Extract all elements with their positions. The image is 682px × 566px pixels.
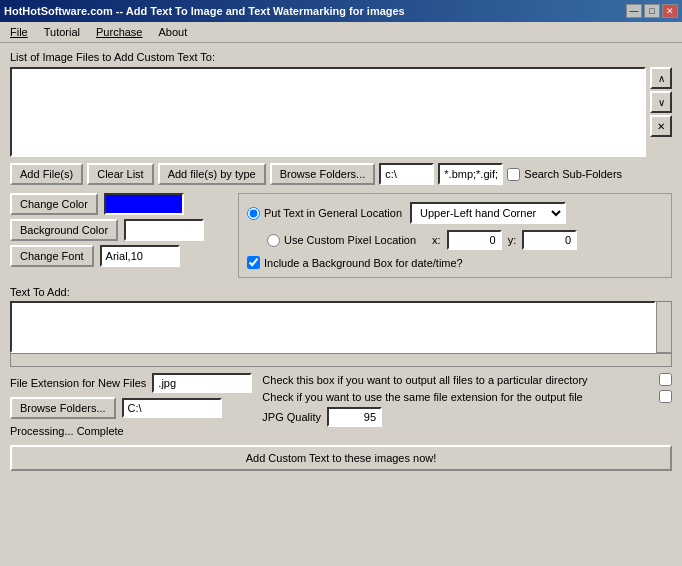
browse-folders-bottom-button[interactable]: Browse Folders... (10, 397, 116, 419)
text-add-textarea[interactable] (10, 301, 656, 353)
quality-row: JPG Quality (262, 407, 672, 427)
y-input[interactable] (522, 230, 577, 250)
quality-label: JPG Quality (262, 411, 321, 423)
output-path-input[interactable] (122, 398, 222, 418)
file-list-label: List of Image Files to Add Custom Text T… (10, 51, 672, 63)
path-input[interactable] (379, 163, 434, 185)
bottom-section: File Extension for New Files Browse Fold… (10, 373, 672, 437)
close-button[interactable]: ✕ (662, 4, 678, 18)
menu-tutorial[interactable]: Tutorial (38, 24, 86, 40)
same-ext-text: Check if you want to use the same file e… (262, 391, 653, 403)
add-files-button[interactable]: Add File(s) (10, 163, 83, 185)
text-vscroll[interactable] (656, 301, 672, 353)
change-font-button[interactable]: Change Font (10, 245, 94, 267)
background-color-row: Background Color (10, 219, 230, 241)
put-text-text: Put Text in General Location (264, 207, 402, 219)
location-panel: Put Text in General Location Upper-Left … (238, 193, 672, 278)
search-subfolders-text: Search Sub-Folders (524, 168, 622, 180)
scroll-down-button[interactable]: ∨ (650, 91, 672, 113)
text-hscroll[interactable] (10, 353, 672, 367)
output-dir-text: Check this box if you want to output all… (262, 374, 653, 386)
right-bottom: Check this box if you want to output all… (262, 373, 672, 427)
scroll-buttons: ∧ ∨ ✕ (650, 67, 672, 157)
change-color-row: Change Color (10, 193, 230, 215)
scroll-x-button[interactable]: ✕ (650, 115, 672, 137)
search-subfolders-checkbox[interactable] (507, 168, 520, 181)
custom-pixel-row: Use Custom Pixel Location x: y: (247, 230, 663, 250)
menu-file[interactable]: File (4, 24, 34, 40)
minimize-button[interactable]: — (626, 4, 642, 18)
title-bar-buttons: — □ ✕ (626, 4, 678, 18)
file-ext-label: File Extension for New Files (10, 377, 146, 389)
main-content: List of Image Files to Add Custom Text T… (0, 43, 682, 479)
quality-input[interactable] (327, 407, 382, 427)
file-list-box[interactable] (10, 67, 646, 157)
same-ext-row: Check if you want to use the same file e… (262, 390, 672, 403)
include-background-checkbox[interactable] (247, 256, 260, 269)
text-add-label: Text To Add: (10, 286, 672, 298)
file-list-area: ∧ ∨ ✕ (10, 67, 672, 157)
browse-row: Browse Folders... (10, 397, 252, 419)
y-label: y: (508, 234, 517, 246)
x-label: x: (432, 234, 441, 246)
output-dir-row: Check this box if you want to output all… (262, 373, 672, 386)
put-text-radio[interactable] (247, 207, 260, 220)
file-ext-input[interactable] (152, 373, 252, 393)
title-bar-text: HotHotSoftware.com -- Add Text To Image … (4, 5, 405, 17)
color-swatch (104, 193, 184, 215)
put-text-row: Put Text in General Location Upper-Left … (247, 202, 663, 224)
font-display: Arial,10 (100, 245, 180, 267)
add-btn-row: Add Custom Text to these images now! (10, 445, 672, 471)
use-custom-text: Use Custom Pixel Location (284, 234, 416, 246)
use-custom-radio[interactable] (267, 234, 280, 247)
status-text: Processing... Complete (10, 423, 252, 437)
include-background-row: Include a Background Box for date/time? (247, 256, 663, 269)
put-text-label[interactable]: Put Text in General Location (247, 207, 402, 220)
file-ext-row: File Extension for New Files (10, 373, 252, 393)
clear-list-button[interactable]: Clear List (87, 163, 153, 185)
output-dir-checkbox[interactable] (659, 373, 672, 386)
use-custom-label[interactable]: Use Custom Pixel Location (267, 234, 416, 247)
change-font-row: Change Font Arial,10 (10, 245, 230, 267)
scroll-up-button[interactable]: ∧ (650, 67, 672, 89)
text-add-section: Text To Add: (10, 286, 672, 367)
add-by-type-button[interactable]: Add file(s) by type (158, 163, 266, 185)
include-background-label: Include a Background Box for date/time? (264, 257, 463, 269)
browse-folders-button[interactable]: Browse Folders... (270, 163, 376, 185)
same-ext-checkbox[interactable] (659, 390, 672, 403)
menu-about[interactable]: About (153, 24, 194, 40)
search-subfolders-label[interactable]: Search Sub-Folders (507, 168, 622, 181)
menu-purchase[interactable]: Purchase (90, 24, 148, 40)
menu-bar: File Tutorial Purchase About (0, 22, 682, 43)
controls-section: Change Color Background Color Change Fon… (10, 193, 672, 278)
glob-input[interactable] (438, 163, 503, 185)
bg-color-swatch (124, 219, 204, 241)
change-color-button[interactable]: Change Color (10, 193, 98, 215)
title-bar: HotHotSoftware.com -- Add Text To Image … (0, 0, 682, 22)
toolbar-row: Add File(s) Clear List Add file(s) by ty… (10, 163, 672, 185)
background-color-button[interactable]: Background Color (10, 219, 118, 241)
x-input[interactable] (447, 230, 502, 250)
left-controls: Change Color Background Color Change Fon… (10, 193, 230, 278)
maximize-button[interactable]: □ (644, 4, 660, 18)
location-select[interactable]: Upper-Left hand Corner Upper-Right hand … (410, 202, 566, 224)
add-custom-text-button[interactable]: Add Custom Text to these images now! (10, 445, 672, 471)
left-bottom: File Extension for New Files Browse Fold… (10, 373, 252, 437)
